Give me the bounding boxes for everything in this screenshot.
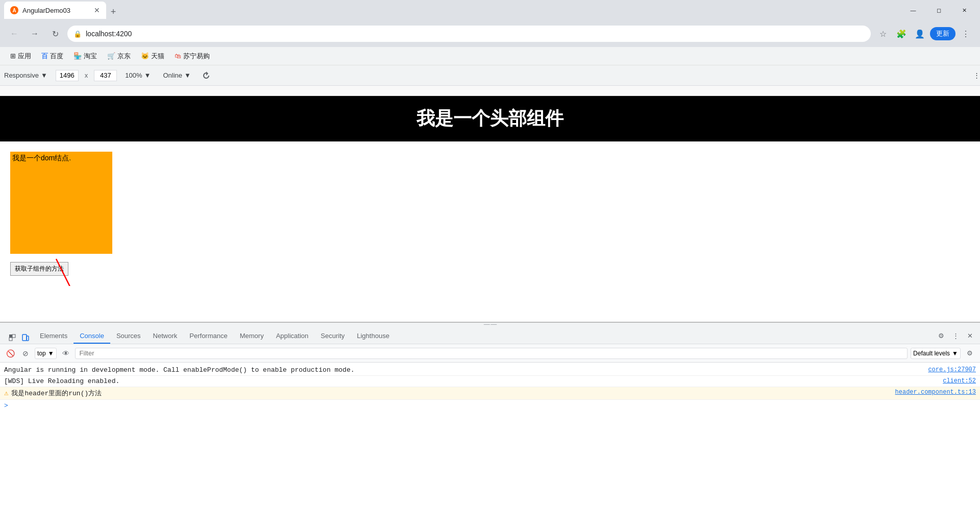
maximize-button[interactable]: ◻	[927, 2, 950, 18]
svg-rect-3	[12, 334, 15, 338]
apps-icon: ⊞	[10, 52, 16, 60]
tab-lighthouse[interactable]: Lighthouse	[351, 329, 396, 344]
console-filter-toggle[interactable]: ⊘	[19, 347, 32, 360]
suning-icon: 🛍	[175, 52, 181, 60]
update-button[interactable]: 更新	[930, 27, 955, 40]
address-bar-input[interactable]: 🔒 localhost:4200	[67, 26, 871, 42]
tab-elements[interactable]: Elements	[34, 329, 74, 344]
tab-sources[interactable]: Sources	[110, 329, 147, 344]
console-eye-button[interactable]: 👁	[60, 347, 72, 360]
console-settings-button[interactable]: ⚙	[964, 347, 976, 360]
page-body: 我是一个dom结点. 获取子组件的方法	[0, 141, 980, 286]
console-line-2: [WDS] Live Reloading enabled. client:52	[0, 376, 980, 387]
tab-title: AngularDemo03	[22, 7, 90, 14]
rotate-button[interactable]	[199, 68, 213, 83]
devtools-tabs: Elements Console Sources Network Perform…	[0, 326, 980, 344]
bookmark-tianmao-label: 天猫	[151, 52, 164, 61]
tianmao-icon: 🐱	[141, 52, 149, 60]
viewport-width-input[interactable]	[56, 70, 79, 81]
zoom-chevron-icon: ▼	[144, 71, 151, 79]
console-line-3: ⚠ 我是header里面的run()方法 header.component.ts…	[0, 387, 980, 400]
toolbar-icons: ☆ 🧩 👤 更新 ⋮	[875, 26, 974, 42]
reload-button[interactable]: ↻	[47, 26, 63, 42]
bookmark-baidu[interactable]: 百 百度	[37, 50, 67, 63]
forward-button[interactable]: →	[27, 26, 43, 42]
devtools-settings-button[interactable]: ⚙	[935, 329, 947, 342]
bookmark-apps[interactable]: ⊞ 应用	[6, 50, 35, 63]
tab-security[interactable]: Security	[314, 329, 351, 344]
annotation-arrow	[0, 141, 980, 286]
page-content: 我是一个头部组件 我是一个dom结点. 获取子组件的方法	[0, 96, 980, 322]
zoom-dropdown[interactable]: 100% ▼	[121, 69, 155, 81]
close-button[interactable]: ✕	[952, 2, 976, 18]
console-clear-button[interactable]: 🚫	[4, 347, 16, 360]
header-component: 我是一个头部组件	[0, 96, 980, 141]
taobao-icon: 🏪	[74, 52, 82, 60]
console-toolbar: 🚫 ⊘ top ▼ 👁 Default levels ▼ ⚙	[0, 344, 980, 363]
tab-performance[interactable]: Performance	[183, 329, 233, 344]
svg-rect-6	[27, 336, 29, 341]
active-tab[interactable]: A AngularDemo03 ✕	[4, 2, 106, 19]
console-level-select[interactable]: Default levels ▼	[911, 348, 961, 359]
responsive-label: Responsive	[4, 71, 39, 79]
bookmark-tianmao[interactable]: 🐱 天猫	[137, 50, 168, 63]
viewport-height-input[interactable]	[94, 70, 117, 81]
dom-node: 我是一个dom结点.	[10, 152, 112, 254]
extensions-icon[interactable]: 🧩	[893, 26, 910, 42]
console-context-chevron-icon: ▼	[48, 350, 54, 357]
svg-rect-5	[22, 334, 27, 341]
bookmarks-bar: ⊞ 应用 百 百度 🏪 淘宝 🛒 京东 🐱 天猫 🛍 苏宁易购	[0, 47, 980, 65]
header-title: 我是一个头部组件	[10, 106, 970, 131]
more-options-icon: ⋮	[973, 71, 980, 79]
new-tab-button[interactable]: +	[106, 5, 120, 19]
device-toggle-button[interactable]	[19, 331, 32, 344]
menu-icon[interactable]: ⋮	[958, 26, 974, 42]
tab-memory[interactable]: Memory	[234, 329, 270, 344]
profile-icon[interactable]: 👤	[912, 26, 928, 42]
get-child-button[interactable]: 获取子组件的方法	[10, 262, 68, 276]
devtools-more-button[interactable]: ⋮	[973, 71, 980, 79]
online-label: Online	[163, 71, 182, 79]
bookmark-jd-label: 京东	[117, 52, 131, 61]
lock-icon: 🔒	[74, 30, 82, 38]
devtools-more-button[interactable]: ⋮	[949, 329, 962, 342]
responsive-dropdown[interactable]: Responsive ▼	[0, 69, 52, 81]
tab-close-button[interactable]: ✕	[94, 6, 100, 14]
bookmark-jd[interactable]: 🛒 京东	[103, 50, 135, 63]
bookmark-taobao[interactable]: 🏪 淘宝	[69, 50, 101, 63]
console-line-1-source[interactable]: core.js:27907	[928, 366, 976, 373]
console-line-3-source[interactable]: header.component.ts:13	[895, 389, 976, 396]
console-output: Angular is running in development mode. …	[0, 363, 980, 526]
console-input-area[interactable]	[12, 401, 976, 410]
console-filter-input[interactable]	[75, 348, 908, 359]
svg-rect-4	[9, 338, 12, 341]
tab-application[interactable]: Application	[270, 329, 315, 344]
inspect-element-button[interactable]	[6, 331, 18, 344]
tab-network[interactable]: Network	[147, 329, 184, 344]
devtools-tab-icons: ⚙ ⋮ ✕	[935, 329, 980, 344]
bookmark-baidu-label: 百度	[50, 52, 63, 61]
url-text: localhost:4200	[86, 30, 865, 38]
bookmark-star-icon[interactable]: ☆	[875, 26, 891, 42]
console-prompt[interactable]: >	[0, 400, 980, 411]
bookmark-suning[interactable]: 🛍 苏宁易购	[170, 50, 214, 63]
console-context-label: top	[37, 350, 46, 357]
devtools-close-button[interactable]: ✕	[964, 329, 976, 342]
console-level-chevron-icon: ▼	[952, 350, 958, 357]
tab-area: A AngularDemo03 ✕ +	[4, 2, 897, 19]
title-bar: A AngularDemo03 ✕ + — ◻ ✕	[0, 0, 980, 20]
devtools-sidebar-icons	[4, 331, 34, 344]
online-dropdown[interactable]: Online ▼	[159, 69, 194, 81]
online-chevron-icon: ▼	[184, 71, 191, 79]
responsive-chevron-icon: ▼	[41, 71, 47, 79]
address-bar: ← → ↻ 🔒 localhost:4200 ☆ 🧩 👤 更新 ⋮	[0, 20, 980, 47]
minimize-button[interactable]: —	[901, 2, 925, 18]
console-caret-icon: >	[4, 402, 8, 410]
ruler	[0, 86, 980, 96]
tab-console[interactable]: Console	[74, 329, 110, 344]
console-context-select[interactable]: top ▼	[35, 348, 57, 359]
viewport-area: 我是一个头部组件 我是一个dom结点. 获取子组件的方法	[0, 96, 980, 322]
console-line-2-source[interactable]: client:52	[943, 377, 976, 385]
back-button[interactable]: ←	[6, 26, 22, 42]
svg-rect-2	[9, 334, 12, 338]
